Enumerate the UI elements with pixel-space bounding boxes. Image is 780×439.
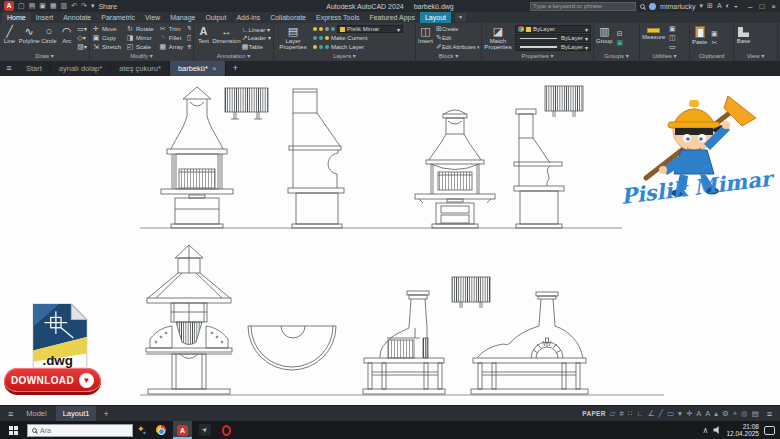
undo-icon[interactable]: ↶ <box>71 0 77 12</box>
opera-taskbar-icon[interactable] <box>217 421 236 439</box>
minimize-button[interactable]: – <box>748 2 752 11</box>
create-block-tool[interactable]: ⊞Create <box>436 25 479 33</box>
properties-panel-label[interactable]: Properties ▾ <box>484 52 591 61</box>
ribbon-tab-output[interactable]: Output <box>200 12 231 23</box>
scale-tool[interactable]: ◰Scale <box>126 43 154 52</box>
copy-tool[interactable]: ▣Copy <box>92 33 121 42</box>
bbq2-front-elevation[interactable] <box>415 110 495 228</box>
view-panel-label[interactable]: View ▾ <box>736 52 775 61</box>
annotation-monitor-icon[interactable]: + <box>733 409 737 418</box>
ribbon-tab-add-ins[interactable]: Add-ins <box>231 12 265 23</box>
group-edit-icon[interactable]: ▣ <box>616 39 624 47</box>
circle-tool[interactable]: ○Circle <box>41 24 56 52</box>
maximize-button[interactable]: □ <box>759 2 764 11</box>
units-icon[interactable]: ◎ <box>741 409 748 418</box>
line-tool[interactable]: ╱Line <box>2 24 17 52</box>
bbq2-side-elevation[interactable] <box>514 109 564 228</box>
status-customize-icon[interactable]: ≡ <box>763 409 776 419</box>
close-button[interactable]: × <box>771 2 776 11</box>
grill-detail-1[interactable] <box>225 88 268 119</box>
qat-dropdown-icon[interactable]: ▾ <box>91 0 95 12</box>
measure-tool[interactable]: Measure <box>642 24 665 52</box>
ribbon-tab-featured-apps[interactable]: Featured Apps <box>364 12 420 23</box>
modify-panel-label[interactable]: Modify ▾ <box>92 52 191 61</box>
grill-detail-3[interactable] <box>452 277 490 308</box>
arc-tool[interactable]: ◠Arc <box>59 24 74 52</box>
ribbon-tab-layout[interactable]: Layout <box>420 12 451 23</box>
ribbon-tab-insert[interactable]: Insert <box>31 12 59 23</box>
object-color-dropdown[interactable]: ByLayer▾ <box>515 25 591 33</box>
print-icon[interactable]: ▥ <box>61 0 68 12</box>
file-tab-barbek[interactable]: barbekü*× <box>170 61 226 76</box>
ribbon-tab-manage[interactable]: Manage <box>165 12 200 23</box>
chrome-taskbar-icon[interactable] <box>151 421 170 439</box>
taskbar-search[interactable] <box>27 424 133 437</box>
copilot-icon[interactable]: ✦✦ <box>136 423 148 437</box>
file-tab-menu-icon[interactable]: ≡ <box>0 61 18 76</box>
layer-dropdown[interactable]: Pislik Mimar ▾ <box>337 25 403 33</box>
app-taskbar-icon[interactable]: ➤ <box>195 421 214 439</box>
ribbon-tab-parametric[interactable]: Parametric <box>96 12 140 23</box>
ribbon-tab-collaborate[interactable]: Collaborate <box>265 12 311 23</box>
layer-freeze-icon[interactable] <box>319 27 323 31</box>
bbq1-front-elevation[interactable] <box>161 87 233 228</box>
edit-block-tool[interactable]: ✎Edit <box>436 34 479 42</box>
ribbon-tab-annotate[interactable]: Annotate <box>58 12 96 23</box>
osnap-icon[interactable]: ╱ <box>659 409 664 418</box>
table-tool[interactable]: ▦Table <box>242 43 271 51</box>
open-file-icon[interactable]: ▤ <box>29 0 36 12</box>
ribbon-tab-view[interactable]: View <box>140 12 165 23</box>
user-dropdown-icon[interactable]: ▾ <box>700 2 704 10</box>
paper-space-label[interactable]: PAPER <box>582 410 605 417</box>
layers-panel-label[interactable]: Layers ▾ <box>276 52 413 61</box>
store-icon[interactable]: ⊞ <box>707 2 713 10</box>
avatar[interactable] <box>649 3 656 10</box>
model-tab[interactable]: Model <box>19 406 53 421</box>
new-drawing-button[interactable]: + <box>226 61 245 76</box>
polar-tracking-icon[interactable]: ∠ <box>648 409 655 418</box>
copy-clip-icon[interactable]: ▣ <box>710 30 718 38</box>
snap-icon[interactable]: ∷ <box>628 409 633 418</box>
file-tab-close-icon[interactable]: × <box>212 61 217 76</box>
rectangle-tool[interactable]: ▭▾ <box>77 25 87 33</box>
group-tool[interactable]: ▥Group <box>596 24 613 52</box>
selection-cycling-icon[interactable]: ✛ <box>686 409 692 418</box>
offset-icon[interactable]: ≋ <box>186 43 191 51</box>
stretch-tool[interactable]: ⇲Stretch <box>92 43 121 52</box>
linear-tool[interactable]: ∟Linear ▾ <box>242 26 271 33</box>
notification-icon[interactable]: ◒ <box>734 2 738 10</box>
layer-plot-icon[interactable] <box>331 27 335 31</box>
linetype-dropdown[interactable]: ByLayer▾ <box>515 34 591 42</box>
pavilion-bbq-front[interactable] <box>146 245 232 394</box>
osnap-dropdown-icon[interactable]: ▾ <box>678 409 682 418</box>
groups-panel-label[interactable]: Groups ▾ <box>596 52 637 61</box>
clock[interactable]: 21:08 12.04.2025 <box>726 423 759 438</box>
block-panel-label[interactable]: Block ▾ <box>418 52 479 61</box>
edit-attributes-tool[interactable]: ✐Edit Attributes ▾ <box>436 43 479 51</box>
text-tool[interactable]: AText <box>196 24 211 52</box>
ungroup-icon[interactable]: ⊟ <box>616 30 624 38</box>
annotation-panel-label[interactable]: Annotation ▾ <box>196 52 271 61</box>
grill-detail-2[interactable] <box>545 86 583 117</box>
workspace-gear-icon[interactable]: ⚙ <box>722 409 729 418</box>
draw-panel-label[interactable]: Draw ▾ <box>2 52 87 61</box>
lineweight-dropdown[interactable]: ByLayer▾ <box>515 43 591 51</box>
hatch-tool[interactable]: ▨▾ <box>77 43 87 51</box>
help-icon[interactable]: ◐ <box>726 2 730 10</box>
tab-overflow-dropdown[interactable]: ▾ <box>455 13 466 22</box>
utilities-panel-label[interactable]: Utilities ▾ <box>642 52 687 61</box>
save-as-icon[interactable]: ▦ <box>50 0 57 12</box>
quick-select-icon[interactable]: ▣ <box>668 25 676 33</box>
help-search-input[interactable] <box>530 2 636 11</box>
insert-block-tool[interactable]: ◫Insert <box>418 24 433 52</box>
move-tool[interactable]: ✛Move <box>92 24 121 33</box>
app-launcher-icon[interactable]: A <box>717 2 722 10</box>
explode-icon[interactable]: ◫ <box>186 34 191 42</box>
layout-menu-icon[interactable]: ≡ <box>4 409 17 419</box>
ellipse-tool[interactable]: ◇▾ <box>77 34 87 42</box>
search-icon[interactable] <box>640 4 645 9</box>
bbq3-side-elevation[interactable] <box>363 291 445 394</box>
redo-icon[interactable]: ↷ <box>81 0 87 12</box>
polyline-tool[interactable]: ∿Polyline <box>20 24 38 52</box>
ortho-icon[interactable]: ∟ <box>636 409 643 418</box>
